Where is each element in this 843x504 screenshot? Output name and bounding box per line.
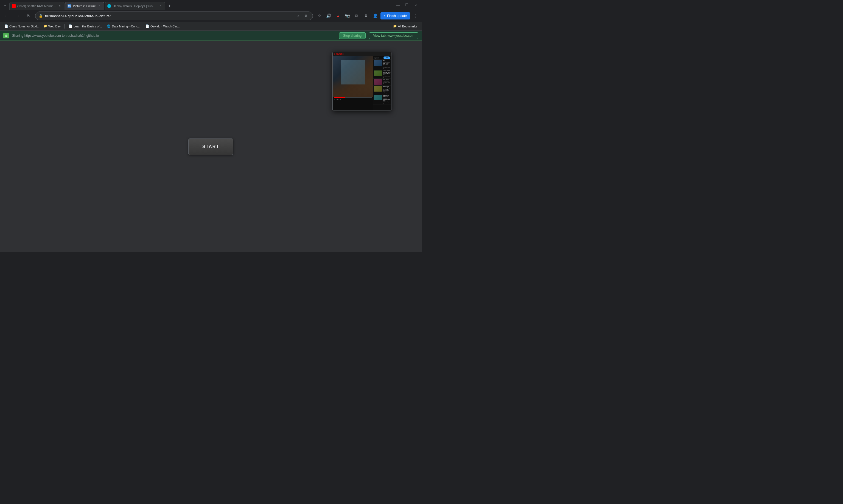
bookmarks-separator (65, 24, 65, 29)
browser-chrome: ⌄ (1929) Seattle 6AM Mornin... × TS Pict… (0, 0, 422, 41)
all-bookmarks-button[interactable]: 📁 All Bookmarks (391, 23, 419, 30)
bookmarks-bar: 📄 Class Notes for Stud... 📁 Web Dev 📄 Le… (0, 22, 422, 31)
pip-sidebar-title: Up next (374, 57, 379, 59)
bookmark-oswald-icon: 📄 (145, 24, 149, 28)
finish-update-button[interactable]: ↑ Finish update (380, 12, 410, 19)
pip-play-icon[interactable]: ▶ (334, 99, 335, 101)
pip-thumb-meta-3: 5.4M views · 1 year ago (383, 82, 391, 84)
reload-button[interactable]: ↻ (24, 12, 33, 20)
bookmark-learn-basics-label: Learn the Basics of... (73, 25, 102, 28)
pip-thumb-title-3: 2022 - Japan - Travel Video (383, 79, 391, 82)
pip-sidebar-item-3[interactable]: 2022 - Japan - Travel Video 5.4M views ·… (373, 79, 391, 86)
pip-sidebar-item-2[interactable]: FLYING OVER NORWAY (4K) - Relaxing Music… (373, 70, 391, 79)
tab-title-deploy: Deploy details | Deploys | trush... (113, 4, 157, 8)
back-button[interactable]: ← (2, 12, 11, 20)
pip-video-area: ▶ 0:31 / 5:15 Seattle 6AM Morning Snow W… (333, 56, 373, 110)
volume-icon[interactable]: 🔊 (325, 12, 333, 20)
pip-thumb-meta-4: 847K views · 8 months ago (383, 91, 391, 93)
pip-thumb-info-3: 2022 - Japan - Travel Video 5.4M views ·… (383, 79, 391, 85)
stop-sharing-button[interactable]: Stop sharing (339, 32, 366, 39)
bookmark-data-mining-label: Data Mining---Conc... (112, 25, 140, 28)
pip-content: ▶ 0:31 / 5:15 Seattle 6AM Morning Snow W… (333, 56, 391, 110)
tab-close-pip[interactable]: × (98, 4, 102, 8)
pip-titlebar: ▶ YouTube (333, 52, 391, 56)
finish-update-icon: ↑ (384, 14, 385, 18)
pip-thumb-meta-2: 8.8M views · 3 years ago (383, 76, 391, 78)
extensions-icon[interactable]: ⧉ (352, 12, 361, 20)
tab-deploy[interactable]: Deploy details | Deploys | trush... × (105, 2, 165, 10)
forward-button[interactable]: → (13, 12, 22, 20)
pip-video-background (333, 56, 373, 97)
pip-sidebar-item-1[interactable]: 6AM DOWNTOWN NEW YORK CITY 2022 Sno... 1… (373, 60, 391, 70)
tab-bar-left: ⌄ (2, 2, 8, 8)
tab-youtube[interactable]: (1929) Seattle 6AM Mornin... × (9, 2, 65, 10)
tabs-container: (1929) Seattle 6AM Mornin... × TS Pictur… (9, 0, 394, 10)
camera-icon[interactable]: 📷 (343, 12, 352, 20)
address-bar-row: ← → ↻ 🔒 trushashah14.github.io/Picture-I… (0, 10, 422, 22)
tab-close-youtube[interactable]: × (58, 4, 62, 8)
lock-icon: 🔒 (39, 14, 43, 18)
bookmark-class-notes[interactable]: 📄 Class Notes for Stud... (2, 23, 41, 30)
sharing-screen-icon: 🖥 (3, 33, 9, 38)
pip-progress-bar[interactable] (334, 97, 372, 98)
address-bar-icons: ☆ ⧉ (295, 13, 309, 19)
bookmark-oswald-label: Oswald - Watch Car... (151, 25, 180, 28)
pip-sidebar-item-4[interactable]: 6K and alone presents Ring S... 6K Hike … (373, 86, 391, 94)
tab-pip[interactable]: TS Picture in Picture × (65, 2, 104, 10)
close-button[interactable]: × (412, 1, 419, 9)
pip-autoplay-button[interactable]: ON (383, 56, 390, 59)
sharing-text: Sharing https://www.youtube.com to trush… (12, 34, 336, 38)
new-tab-button[interactable]: + (166, 2, 173, 10)
minimize-button[interactable]: — (394, 1, 402, 9)
tab-expand-button[interactable]: ⌄ (2, 2, 8, 8)
bookmark-icon[interactable]: ☆ (315, 12, 324, 20)
pip-progress-fill (334, 97, 345, 98)
pip-thumbnail-3 (374, 79, 382, 85)
pip-window: ▶ YouTube ▶ 0:31 / 5:15 Seattle 6AM Morn… (332, 52, 392, 111)
main-content: START ▶ YouTube ▶ 0:31 / 5:15 S (0, 41, 422, 252)
tab-title-pip: Picture in Picture (73, 4, 96, 8)
pip-time: 0:31 / 5:15 (336, 99, 341, 101)
bookmark-web-dev-label: Web Dev (48, 25, 61, 28)
sharing-bar: 🖥 Sharing https://www.youtube.com to tru… (0, 31, 422, 40)
pip-controls-area[interactable]: ▶ 0:31 / 5:15 (333, 97, 373, 110)
extension-red-icon[interactable]: ● (334, 12, 343, 20)
all-bookmarks-folder-icon: 📁 (393, 24, 397, 28)
pip-thumb-info-2: FLYING OVER NORWAY (4K) - Relaxing Music… (383, 71, 391, 78)
pip-controls-row: ▶ 0:31 / 5:15 (334, 99, 372, 101)
extensions-bubble-icon[interactable]: ⧉ (303, 13, 309, 19)
bookmark-data-mining[interactable]: 🌐 Data Mining---Conc... (105, 23, 143, 30)
all-bookmarks-label: All Bookmarks (398, 25, 417, 28)
pip-thumb-meta-5: 3.2M views · 1 year ago (383, 102, 391, 104)
tab-favicon-deploy (107, 4, 111, 8)
bookmark-star-icon[interactable]: ☆ (295, 13, 302, 19)
finish-update-label: Finish update (387, 14, 407, 18)
save-icon[interactable]: ⬇ (362, 12, 371, 20)
bookmark-web-dev-icon: 📁 (44, 24, 47, 28)
pip-youtube-logo: ▶ YouTube (334, 53, 344, 55)
bookmark-data-mining-icon: 🌐 (107, 24, 110, 28)
pip-sidebar: Up next ON 6AM DOWNTOWN NEW YORK CITY 20… (373, 56, 391, 110)
tab-favicon-pip: TS (68, 4, 71, 8)
bookmark-class-notes-icon: 📄 (4, 24, 8, 28)
bookmark-learn-basics[interactable]: 📄 Learn the Basics of... (66, 23, 104, 30)
pip-sidebar-item-5[interactable]: 6AM Morning Walk in San Francisco Downto… (373, 94, 391, 105)
bookmarks-right: 📁 All Bookmarks (391, 23, 419, 30)
pip-thumb-title-1: 6AM DOWNTOWN NEW YORK CITY 2022 Sno... (383, 60, 391, 67)
url-display: trushashah14.github.io/Picture-In-Pictur… (45, 14, 293, 18)
bookmark-class-notes-label: Class Notes for Stud... (9, 25, 39, 28)
address-bar[interactable]: 🔒 trushashah14.github.io/Picture-In-Pict… (35, 12, 313, 20)
bookmark-web-dev[interactable]: 📁 Web Dev (41, 23, 63, 30)
bookmark-learn-basics-icon: 📄 (69, 24, 72, 28)
pip-sidebar-header: Up next ON (373, 56, 391, 60)
pip-thumb-title-5: 6AM Morning Walk in San Francisco Downto… (383, 95, 391, 102)
profile-icon[interactable]: 👤 (371, 12, 380, 20)
bookmark-oswald[interactable]: 📄 Oswald - Watch Car... (143, 23, 182, 30)
maximize-button[interactable]: ❐ (403, 1, 411, 9)
tab-bar: ⌄ (1929) Seattle 6AM Mornin... × TS Pict… (0, 0, 422, 10)
tab-close-deploy[interactable]: × (158, 4, 163, 8)
start-button[interactable]: START (188, 139, 233, 155)
pip-thumb-title-2: FLYING OVER NORWAY (4K) - Relaxing Music… (383, 71, 391, 76)
view-tab-button[interactable]: View tab: www.youtube.com (369, 32, 418, 39)
menu-icon[interactable]: ⋮ (411, 12, 419, 20)
